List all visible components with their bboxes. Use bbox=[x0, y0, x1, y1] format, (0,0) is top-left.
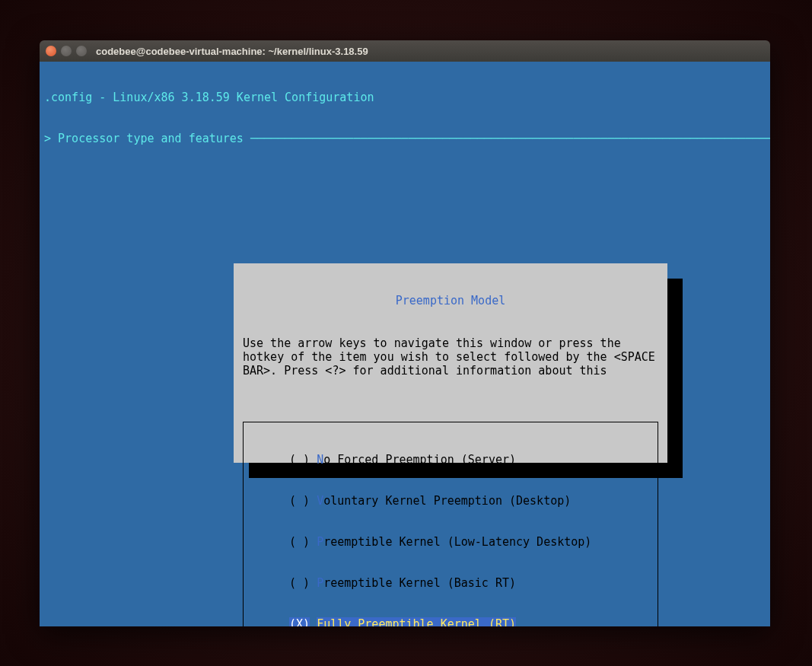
option-preemptible-low-latency[interactable]: ( ) Preemptible Kernel (Low-Latency Desk… bbox=[244, 535, 658, 549]
option-label: reemptible Kernel (Low-Latency Desktop) bbox=[323, 535, 591, 549]
option-hotkey: V bbox=[317, 494, 323, 508]
option-label: o Forced Preemption (Server) bbox=[323, 453, 516, 467]
breadcrumb-text: Processor type and features bbox=[58, 132, 244, 145]
dialog-help-text: Use the arrow keys to navigate this wind… bbox=[241, 336, 660, 378]
option-no-forced-preemption[interactable]: ( ) No Forced Preemption (Server) bbox=[244, 453, 658, 467]
terminal-body[interactable]: .config - Linux/x86 3.18.59 Kernel Confi… bbox=[40, 62, 770, 626]
breadcrumb-prefix: > bbox=[44, 132, 58, 145]
option-hotkey: N bbox=[317, 453, 323, 467]
config-header: .config - Linux/x86 3.18.59 Kernel Confi… bbox=[40, 89, 770, 104]
option-voluntary-preemption[interactable]: ( ) Voluntary Kernel Preemption (Desktop… bbox=[244, 494, 658, 508]
option-label: ully Preemptible Kernel (RT) bbox=[323, 617, 516, 626]
window-controls bbox=[46, 46, 87, 56]
option-preemptible-basic-rt[interactable]: ( ) Preemptible Kernel (Basic RT) bbox=[244, 576, 658, 590]
options-box: ( ) No Forced Preemption (Server) ( ) Vo… bbox=[243, 422, 658, 626]
dialog-title-row: Preemption Model bbox=[241, 294, 660, 308]
option-hotkey: P bbox=[317, 535, 323, 549]
window-title: codebee@codebee-virtual-machine: ~/kerne… bbox=[96, 46, 368, 57]
close-icon[interactable] bbox=[46, 46, 56, 56]
option-hotkey: F bbox=[317, 617, 323, 626]
option-fully-preemptible-rt[interactable]: (X) Fully Preemptible Kernel (RT) bbox=[244, 617, 658, 626]
terminal-window: codebee@codebee-virtual-machine: ~/kerne… bbox=[40, 40, 770, 626]
breadcrumb: > Processor type and features ──────────… bbox=[40, 132, 770, 145]
dialog-title: Preemption Model bbox=[394, 294, 508, 308]
option-hotkey: P bbox=[317, 576, 323, 590]
minimize-icon[interactable] bbox=[61, 46, 72, 56]
option-label: oluntary Kernel Preemption (Desktop) bbox=[323, 494, 571, 508]
maximize-icon[interactable] bbox=[76, 46, 87, 56]
window-titlebar: codebee@codebee-virtual-machine: ~/kerne… bbox=[40, 40, 770, 62]
breadcrumb-rule: ────────────────────────────────────────… bbox=[244, 132, 770, 145]
preemption-dialog: Preemption Model Use the arrow keys to n… bbox=[234, 263, 667, 463]
option-label: reemptible Kernel (Basic RT) bbox=[323, 576, 516, 590]
